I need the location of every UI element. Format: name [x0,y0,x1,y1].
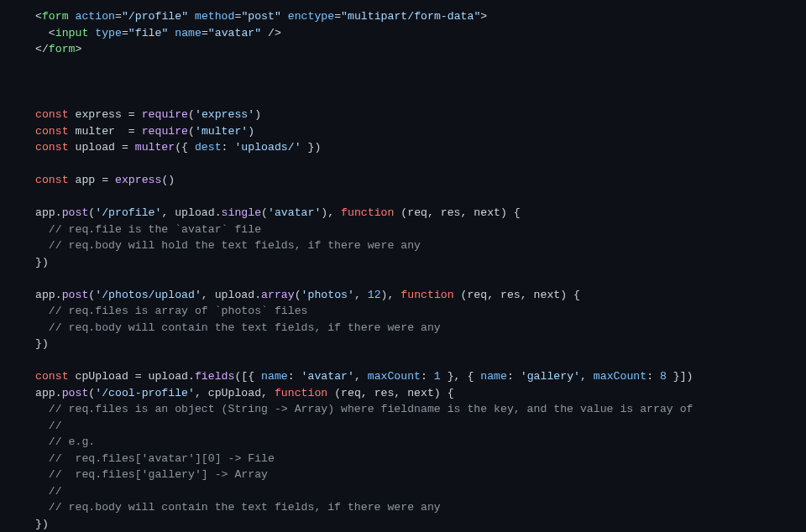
code-line: <input type="file" name="avatar" /> [35,25,806,42]
code-line: // e.g. [35,434,806,451]
code-line: // req.body will contain the text fields… [35,320,806,336]
code-line: // req.files is an object (String -> Arr… [35,401,806,418]
code-line: ​ [35,58,806,75]
code-line: // [35,483,806,500]
code-line: const express = require('express') [35,107,806,123]
code-line: <form action="/profile" method="post" en… [35,8,806,25]
code-line: const upload = multer({ dest: 'uploads/'… [35,139,806,156]
code-line: // req.files['avatar'][0] -> File [35,451,806,467]
code-line: // req.files is array of `photos` files [35,303,806,320]
code-line: const cpUpload = upload.fields([{ name: … [35,368,806,385]
code-line: const multer = require('multer') [35,123,806,140]
code-line: }) [35,516,806,533]
code-line: ​ [35,352,806,369]
code-line: app.post('/photos/upload', upload.array(… [35,287,806,304]
code-line: const app = express() [35,172,806,189]
code-line: ​ [35,74,806,91]
code-line: // req.body will hold the text fields, i… [35,237,806,254]
code-line: </form> [35,41,806,58]
code-line: }) [35,254,806,271]
code-line: // req.body will contain the text fields… [35,499,806,516]
code-line: // req.files['gallery'] -> Array [35,467,806,483]
code-line: ​ [35,156,806,173]
code-line: ​ [35,91,806,107]
code-line: app.post('/profile', upload.single('avat… [35,205,806,222]
code-line: // req.file is the `avatar` file [35,222,806,238]
code-line: app.post('/cool-profile', cpUpload, func… [35,385,806,402]
code-line: ​ [35,270,806,287]
code-line: }) [35,336,806,352]
code-line: ​ [35,189,806,206]
code-block: <form action="/profile" method="post" en… [0,0,806,532]
code-line: // [35,418,806,435]
